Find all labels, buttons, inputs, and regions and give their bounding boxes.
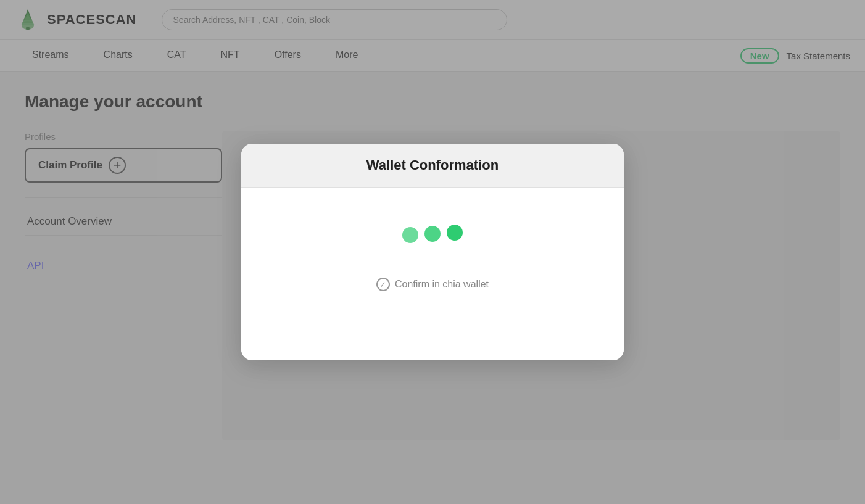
- modal-overlay: Wallet Conformation Confirm in chia wall…: [0, 0, 865, 460]
- check-circle-icon: [376, 278, 390, 291]
- loading-dot-3: [447, 225, 463, 241]
- modal-footer: Confirm in chia wallet: [376, 278, 489, 291]
- loading-dots: [402, 225, 463, 241]
- modal-title: Wallet Conformation: [261, 157, 604, 173]
- modal-header: Wallet Conformation: [241, 144, 624, 188]
- loading-dot-1: [402, 227, 418, 243]
- modal-body: Confirm in chia wallet: [241, 188, 624, 360]
- loading-dot-2: [424, 226, 441, 242]
- confirm-text: Confirm in chia wallet: [395, 279, 489, 290]
- wallet-confirmation-modal: Wallet Conformation Confirm in chia wall…: [241, 144, 624, 360]
